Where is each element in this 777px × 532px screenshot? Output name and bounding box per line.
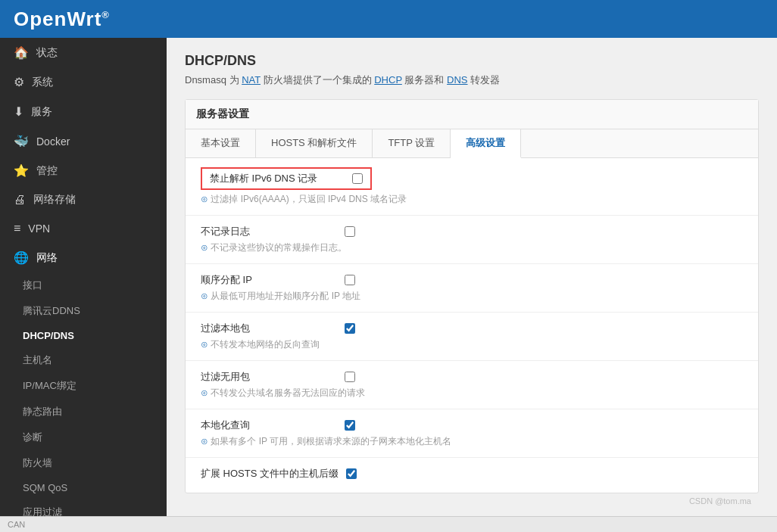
sidebar-label-nas: 网络存储 [33, 193, 76, 207]
sidebar-label-network: 网络 [36, 251, 58, 265]
sidebar-item-appfilter[interactable]: 应用过滤 [0, 499, 167, 516]
dhcp-link[interactable]: DHCP [374, 74, 402, 86]
setting-main-disable-ipv6: 禁止解析 IPv6 DNS 记录 [201, 167, 743, 190]
sidebar-item-services[interactable]: ⬇ 服务 [0, 97, 167, 126]
sidebar-item-staticroute[interactable]: 静态路由 [0, 399, 167, 425]
sidebar-subitem-label-staticroute: 静态路由 [23, 406, 62, 417]
tabs-bar: 基本设置 HOSTS 和解析文件 TFTP 设置 高级设置 [186, 129, 758, 158]
sidebar-subitem-label-interface: 接口 [23, 279, 42, 291]
sidebar-item-diagnose[interactable]: 诊断 [0, 425, 167, 450]
label-disable-ipv6: 禁止解析 IPv6 DNS 记录 [210, 172, 346, 185]
setting-main-no-log: 不记录日志 [201, 225, 743, 238]
sidebar-item-vpn[interactable]: ≡ VPN [0, 214, 167, 243]
setting-main-sequential-ip: 顺序分配 IP [201, 273, 743, 287]
setting-row-expand-hosts: 扩展 HOSTS 文件中的主机后缀 [186, 458, 758, 493]
desc-disable-ipv6: ⊙ 过滤掉 IPv6(AAAA)，只返回 IPv4 DNS 域名记录 [201, 193, 743, 206]
sidebar-item-status[interactable]: 🏠 状态 [0, 38, 167, 67]
setting-row-local-query: 本地化查询 ⊙ 如果有多个 IP 可用，则根据请求来源的子网来本地化主机名 [186, 409, 758, 458]
sidebar-item-control[interactable]: ⭐ 管控 [0, 156, 167, 185]
sidebar-subitem-label-appfilter: 应用过滤 [23, 506, 62, 516]
sidebar-subitem-label-diagnose: 诊断 [23, 431, 42, 443]
desc-sequential-ip: ⊙ 从最低可用地址开始顺序分配 IP 地址 [201, 290, 743, 303]
setting-row-disable-ipv6: 禁止解析 IPv6 DNS 记录 ⊙ 过滤掉 IPv6(AAAA)，只返回 IP… [186, 158, 758, 216]
home-icon: 🏠 [14, 45, 29, 60]
setting-main-filter-useless: 过滤无用包 [201, 370, 743, 384]
server-settings-section: 服务器设置 基本设置 HOSTS 和解析文件 TFTP 设置 高级设置 [185, 99, 759, 493]
sidebar-item-system[interactable]: ⚙ 系统 [0, 67, 167, 97]
tab-basic[interactable]: 基本设置 [186, 129, 256, 157]
sidebar-label-control: 管控 [36, 164, 58, 178]
sidebar-label-docker: Docker [36, 135, 70, 148]
page-title: DHCP/DNS [185, 53, 759, 69]
sidebar: 🏠 状态 ⚙ 系统 ⬇ 服务 🐳 Docker ⭐ 管控 🖨 网络存储 ≡ VP… [0, 38, 167, 516]
checkbox-local-query[interactable] [345, 420, 355, 431]
checkbox-filter-local[interactable] [345, 323, 355, 334]
sidebar-item-nas[interactable]: 🖨 网络存储 [0, 185, 167, 214]
sidebar-subitem-label-tencentddns: 腾讯云DDNS [23, 305, 80, 316]
desc-text-4: 转发器 [470, 74, 500, 86]
network-icon: 🌐 [14, 250, 29, 265]
copyright: CSDN @tom.ma [185, 493, 759, 509]
sidebar-subitem-label-dhcpdns: DHCP/DNS [23, 330, 74, 341]
label-sequential-ip: 顺序分配 IP [201, 273, 337, 287]
services-icon: ⬇ [14, 104, 23, 119]
setting-row-no-log: 不记录日志 ⊙ 不记录这些协议的常规操作日志。 [186, 216, 758, 264]
docker-icon: 🐳 [14, 134, 29, 148]
nas-icon: 🖨 [14, 193, 26, 207]
sidebar-item-tencentddns[interactable]: 腾讯云DDNS [0, 298, 167, 324]
sidebar-label-status: 状态 [36, 46, 58, 60]
desc-text-1: Dnsmasq 为 [185, 74, 239, 86]
settings-list: 禁止解析 IPv6 DNS 记录 ⊙ 过滤掉 IPv6(AAAA)，只返回 IP… [186, 158, 758, 493]
content-area: DHCP/DNS Dnsmasq 为 NAT 防火墙提供了一个集成的 DHCP … [167, 38, 777, 516]
tab-advanced[interactable]: 高级设置 [451, 129, 521, 158]
sidebar-item-ipmac[interactable]: IP/MAC绑定 [0, 373, 167, 399]
sidebar-label-services: 服务 [31, 105, 52, 119]
sidebar-subitem-label-sqmqos: SQM QoS [23, 482, 67, 493]
highlight-box: 禁止解析 IPv6 DNS 记录 [201, 167, 372, 190]
checkbox-filter-useless[interactable] [345, 372, 355, 382]
sidebar-item-network[interactable]: 🌐 网络 [0, 243, 167, 272]
label-filter-local: 过滤本地包 [201, 322, 337, 335]
bottom-bar: CAN [0, 516, 777, 532]
label-no-log: 不记录日志 [201, 225, 337, 238]
sidebar-item-dhcpdns[interactable]: DHCP/DNS [0, 324, 167, 347]
sidebar-subitem-label-hostname: 主机名 [23, 354, 52, 366]
label-expand-hosts: 扩展 HOSTS 文件中的主机后缀 [201, 467, 339, 481]
logo: OpenWrt® [14, 8, 110, 31]
page-description: Dnsmasq 为 NAT 防火墙提供了一个集成的 DHCP 服务器和 DNS … [185, 73, 759, 87]
bottom-hint: CAN [8, 520, 25, 529]
setting-main-local-query: 本地化查询 [201, 418, 743, 432]
main-layout: 🏠 状态 ⚙ 系统 ⬇ 服务 🐳 Docker ⭐ 管控 🖨 网络存储 ≡ VP… [0, 38, 777, 516]
sidebar-item-interface[interactable]: 接口 [0, 272, 167, 298]
tab-tftp[interactable]: TFTP 设置 [373, 129, 451, 157]
label-filter-useless: 过滤无用包 [201, 370, 337, 384]
gear-icon: ⚙ [14, 75, 24, 89]
setting-main-expand-hosts: 扩展 HOSTS 文件中的主机后缀 [201, 467, 743, 481]
sidebar-item-hostname[interactable]: 主机名 [0, 347, 167, 373]
checkbox-sequential-ip[interactable] [345, 275, 355, 285]
setting-row-filter-useless: 过滤无用包 ⊙ 不转发公共域名服务器无法回应的请求 [186, 361, 758, 409]
desc-filter-useless: ⊙ 不转发公共域名服务器无法回应的请求 [201, 387, 743, 400]
dns-link[interactable]: DNS [447, 74, 467, 86]
setting-row-filter-local: 过滤本地包 ⊙ 不转发本地网络的反向查询 [186, 313, 758, 361]
sidebar-item-firewall[interactable]: 防火墙 [0, 450, 167, 476]
desc-text-2: 防火墙提供了一个集成的 [264, 74, 372, 86]
sidebar-item-docker[interactable]: 🐳 Docker [0, 126, 167, 156]
logo-text: OpenWrt [14, 8, 101, 30]
logo-sup: ® [101, 9, 110, 20]
checkbox-expand-hosts[interactable] [346, 468, 357, 479]
section-title: 服务器设置 [186, 100, 758, 129]
desc-filter-local: ⊙ 不转发本地网络的反向查询 [201, 338, 743, 351]
desc-text-3: 服务器和 [404, 74, 444, 86]
vpn-icon: ≡ [14, 222, 20, 235]
control-icon: ⭐ [14, 163, 29, 178]
sidebar-subitem-label-firewall: 防火墙 [23, 457, 52, 468]
checkbox-disable-ipv6[interactable] [352, 173, 363, 184]
tab-hosts[interactable]: HOSTS 和解析文件 [256, 129, 373, 157]
setting-row-sequential-ip: 顺序分配 IP ⊙ 从最低可用地址开始顺序分配 IP 地址 [186, 264, 758, 313]
nat-link[interactable]: NAT [242, 74, 261, 86]
checkbox-no-log[interactable] [345, 226, 355, 237]
sidebar-label-system: 系统 [32, 76, 53, 89]
sidebar-item-sqmqos[interactable]: SQM QoS [0, 476, 167, 499]
label-local-query: 本地化查询 [201, 418, 337, 432]
